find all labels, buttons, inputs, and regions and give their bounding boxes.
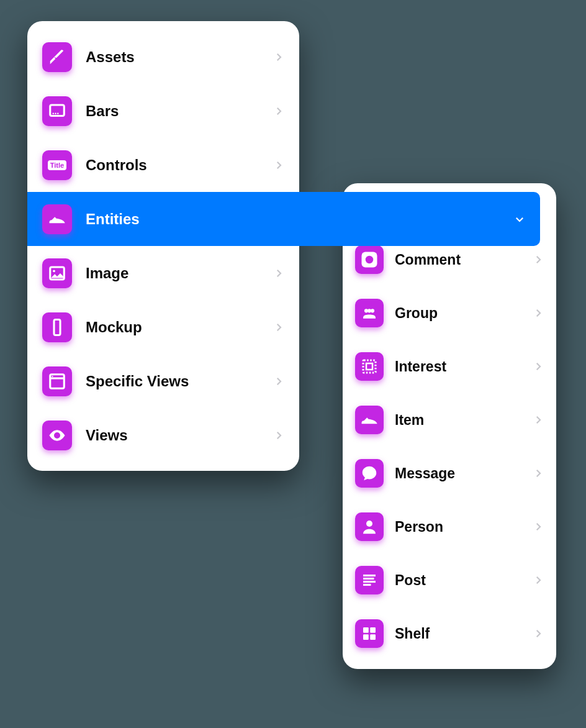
post-icon [355,566,384,594]
row-label: Message [395,465,533,482]
row-label: Mockup [86,319,273,336]
row-image[interactable]: Image [27,246,299,300]
chevron-right-icon [533,575,544,586]
chevron-right-icon [533,414,544,425]
row-label: Group [395,305,533,322]
comment-icon [355,245,384,274]
shelf-icon [355,619,384,648]
row-post[interactable]: Post [343,553,556,607]
chevron-down-icon [514,214,525,225]
row-label: Person [395,519,533,535]
row-label: Assets [86,48,273,66]
row-controls[interactable]: Title Controls [27,138,299,192]
chevron-right-icon [533,468,544,479]
chevron-right-icon [273,160,284,171]
category-panel: Assets Bars Title Controls Image Mockup … [27,21,299,471]
entities-submenu: Comment Group Interest Item Message Pers… [343,183,556,669]
message-icon [355,459,384,488]
chevron-right-icon [273,430,284,441]
row-message[interactable]: Message [343,447,556,500]
row-item[interactable]: Item [343,393,556,447]
window-icon [42,366,72,396]
row-views[interactable]: Views [27,408,299,462]
phone-icon [42,312,72,342]
row-interest[interactable]: Interest [343,340,556,393]
row-label: Controls [86,157,273,174]
title-icon: Title [42,150,72,180]
chevron-right-icon [273,268,284,279]
chevron-right-icon [533,521,544,532]
knife-icon [42,42,72,72]
person-icon [355,512,384,541]
row-label: Item [395,412,533,429]
chevron-right-icon [533,254,544,265]
chevron-right-icon [273,376,284,387]
row-specific-views[interactable]: Specific Views [27,354,299,408]
row-person[interactable]: Person [343,500,556,553]
row-group[interactable]: Group [343,286,556,340]
eye-icon [42,421,72,450]
row-label: Post [395,572,533,589]
row-label: Comment [395,252,533,268]
row-label: Interest [395,358,533,375]
chevron-right-icon [533,628,544,639]
row-bars[interactable]: Bars [27,84,299,138]
row-label: Specific Views [86,373,273,390]
chevron-right-icon [273,52,284,63]
chevron-right-icon [533,361,544,372]
row-shelf[interactable]: Shelf [343,607,556,660]
shoe-icon [42,204,72,234]
row-label: Bars [86,102,273,120]
row-label: Entities [86,211,514,228]
chevron-right-icon [273,322,284,333]
chevron-right-icon [273,106,284,117]
row-label: Shelf [395,626,533,642]
chevron-right-icon [533,307,544,319]
monitor-icon [42,96,72,126]
row-mockup[interactable]: Mockup [27,300,299,354]
row-label: Views [86,427,273,444]
shoe-icon [355,406,384,434]
group-icon [355,299,384,327]
row-assets[interactable]: Assets [27,30,299,84]
stamp-icon [355,352,384,381]
row-entities[interactable]: Entities [27,192,540,246]
image-icon [42,258,72,288]
row-label: Image [86,265,273,282]
